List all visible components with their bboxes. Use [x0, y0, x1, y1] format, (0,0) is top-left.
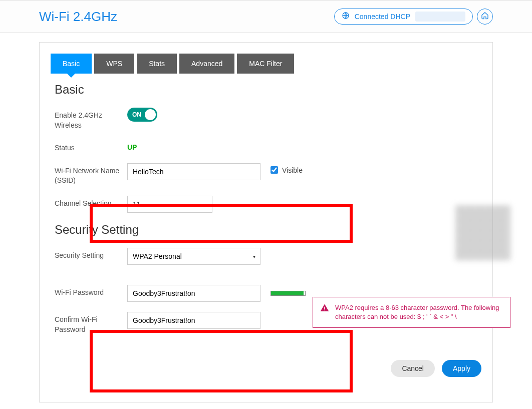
connection-status-text: Connected DHCP	[355, 13, 410, 21]
qr-code-image	[455, 205, 510, 260]
confirm-password-label: Confirm Wi-Fi Password	[55, 312, 127, 334]
status-value: UP	[127, 140, 137, 151]
status-row: Status UP	[51, 140, 481, 153]
security-setting-label: Security Setting	[55, 248, 127, 261]
svg-rect-1	[324, 307, 325, 309]
page-title: Wi-Fi 2.4GHz	[39, 9, 117, 25]
security-heading: Security Setting	[55, 223, 477, 237]
globe-icon	[342, 12, 350, 22]
password-strength-meter	[271, 291, 306, 296]
password-label: Wi-Fi Password	[55, 285, 127, 298]
connection-ip-redacted	[415, 12, 465, 22]
warning-icon	[320, 303, 329, 321]
visible-checkbox[interactable]	[271, 166, 278, 174]
channel-row: Channel Selection 11 ▾	[51, 196, 481, 213]
status-label: Status	[55, 140, 127, 153]
channel-select[interactable]: 11	[127, 196, 212, 213]
apply-button[interactable]: Apply	[442, 360, 481, 377]
channel-label: Channel Selection	[55, 196, 127, 209]
home-button[interactable]	[477, 9, 493, 25]
toggle-on-text: ON	[132, 111, 141, 118]
tab-wps[interactable]: WPS	[94, 54, 134, 74]
basic-heading: Basic	[55, 83, 477, 97]
security-setting-select[interactable]: WPA2 Personal	[127, 248, 260, 265]
tab-bar: Basic WPS Stats Advanced MAC Filter	[51, 54, 481, 74]
connection-status-pill[interactable]: Connected DHCP	[334, 9, 473, 25]
cancel-button[interactable]: Cancel	[391, 360, 435, 377]
settings-panel: Basic WPS Stats Advanced MAC Filter Basi…	[39, 42, 493, 402]
tab-advanced[interactable]: Advanced	[179, 54, 234, 74]
footer-buttons: Cancel Apply	[391, 360, 481, 377]
enable-wireless-label: Enable 2.4GHz Wireless	[55, 108, 127, 130]
ssid-row: Wi-Fi Network Name (SSID) Visible	[51, 163, 481, 186]
ssid-input[interactable]	[127, 163, 260, 180]
enable-wireless-toggle[interactable]: ON	[127, 108, 157, 122]
password-info-text: WPA2 requires a 8-63 character password.…	[335, 303, 503, 321]
tab-mac-filter[interactable]: MAC Filter	[237, 54, 294, 74]
header-bar: Wi-Fi 2.4GHz Connected DHCP	[0, 0, 532, 33]
toggle-knob	[145, 109, 156, 120]
password-strength-fill	[271, 291, 304, 295]
enable-wireless-row: Enable 2.4GHz Wireless ON	[51, 108, 481, 130]
password-input[interactable]	[127, 285, 260, 302]
svg-rect-2	[324, 309, 325, 310]
tab-stats[interactable]: Stats	[137, 54, 177, 74]
visible-label: Visible	[282, 166, 303, 174]
ssid-label: Wi-Fi Network Name (SSID)	[55, 163, 127, 186]
highlight-box-password	[90, 330, 353, 392]
password-info-box: WPA2 requires a 8-63 character password.…	[313, 297, 510, 328]
home-icon	[481, 12, 489, 22]
security-setting-row: Security Setting WPA2 Personal ▾	[51, 248, 481, 265]
tab-basic[interactable]: Basic	[51, 54, 92, 74]
visible-checkbox-row: Visible	[271, 163, 303, 174]
confirm-password-input[interactable]	[127, 312, 260, 329]
status-group: Connected DHCP	[334, 9, 493, 25]
